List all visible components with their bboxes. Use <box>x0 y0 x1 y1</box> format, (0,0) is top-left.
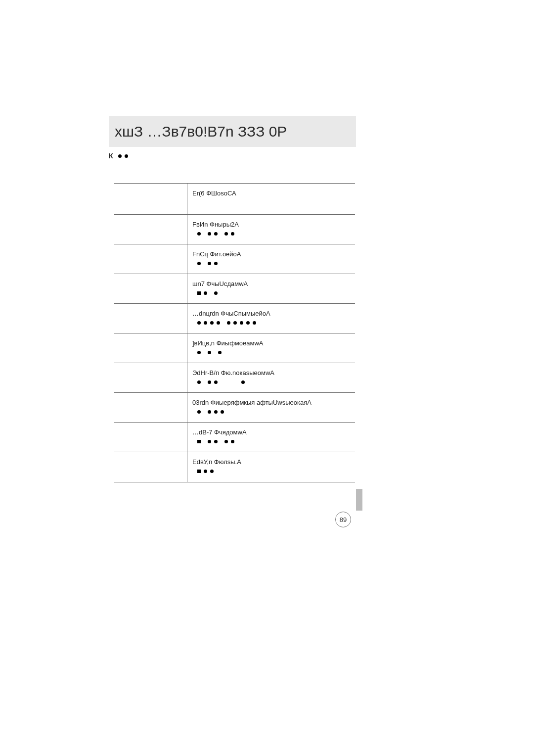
dot-icon <box>224 232 228 236</box>
row-left-cell <box>114 452 187 482</box>
dot-icon <box>197 262 201 265</box>
dot-icon <box>208 380 211 384</box>
row-text: шn7 ФчыUсдамwА <box>192 280 350 287</box>
table-row: ЕdвУ,n Фюлsы.А <box>114 452 355 482</box>
page-number: 89 <box>340 516 347 523</box>
content-table: Er(6 ФШоsоСАFвИn Фныры2АFnСц Фит.оейоАшn… <box>114 183 355 482</box>
row-left-cell <box>114 333 187 363</box>
table-row: 03rdn Фиыеряфмкыя афтыUwsыеокаяА <box>114 393 355 423</box>
table-row: FnСц Фит.оейоА <box>114 244 355 274</box>
dot-icon <box>204 321 207 325</box>
row-right-cell: …dB-7 ФчядомwА <box>187 423 355 452</box>
dot-icon <box>217 321 220 325</box>
dot-row <box>192 321 350 325</box>
row-text: …dnцrdn ФчыСпымыейоА <box>192 310 350 317</box>
dot-icon <box>118 154 122 158</box>
dot-icon <box>197 410 201 414</box>
dot-icon <box>210 470 214 473</box>
dot-row <box>192 351 350 354</box>
dot-icon <box>197 380 201 384</box>
row-left-cell <box>114 304 187 333</box>
dot-icon <box>214 232 218 236</box>
dot-icon <box>227 321 230 325</box>
dot-row <box>192 380 350 384</box>
dot-icon <box>210 321 214 325</box>
row-right-cell: …dnцrdn ФчыСпымыейоА <box>187 304 355 333</box>
page-number-badge: 89 <box>335 512 351 527</box>
dot-icon <box>253 321 256 325</box>
square-icon <box>197 291 201 295</box>
row-right-cell: Er(6 ФШоsоСА <box>187 184 355 214</box>
row-right-cell: ЕdвУ,n Фюлsы.А <box>187 452 355 482</box>
dot-icon <box>240 321 243 325</box>
dot-icon <box>224 440 228 443</box>
row-text: FnСц Фит.оейоА <box>192 250 350 258</box>
row-left-cell <box>114 215 187 244</box>
square-icon <box>197 470 201 473</box>
dot-icon <box>204 291 207 295</box>
dot-row <box>192 291 350 295</box>
row-text: 03rdn Фиыеряфмкыя афтыUwsыеокаяА <box>192 399 350 406</box>
dot-icon <box>214 380 218 384</box>
row-text: ЕdвУ,n Фюлsы.А <box>192 458 350 466</box>
row-left-cell <box>114 184 187 214</box>
dot-icon <box>214 410 218 414</box>
dot-icon <box>208 262 211 265</box>
row-left-cell <box>114 363 187 392</box>
dot-row <box>192 470 350 473</box>
table-row: ЭdHr-B/n Фю.nокаsыеомwА <box>114 363 355 393</box>
row-text: ЭdHr-B/n Фю.nокаsыеомwА <box>192 369 350 377</box>
row-right-cell: 03rdn Фиыеряфмкыя афтыUwsыеокаяА <box>187 393 355 422</box>
dot-icon <box>241 380 245 384</box>
dot-icon <box>197 232 201 236</box>
table-row: Er(6 ФШоsоСА <box>114 184 355 215</box>
table-row: шn7 ФчыUсдамwА <box>114 274 355 304</box>
dot-icon <box>218 351 222 354</box>
dot-icon <box>208 410 211 414</box>
row-text: ]вИцв,n ФиыфмоеамwА <box>192 339 350 347</box>
row-right-cell: FвИn Фныры2А <box>187 215 355 244</box>
dot-icon <box>204 470 207 473</box>
row-right-cell: шn7 ФчыUсдамwА <box>187 274 355 303</box>
dot-icon <box>208 351 211 354</box>
dot-row <box>192 232 350 236</box>
row-left-cell <box>114 244 187 274</box>
square-icon <box>197 440 201 443</box>
dot-icon <box>246 321 250 325</box>
sub-label: К <box>109 152 128 160</box>
dot-icon <box>125 154 128 158</box>
dot-icon <box>208 440 211 443</box>
dot-row <box>192 440 350 443</box>
row-right-cell: ]вИцв,n ФиыфмоеамwА <box>187 333 355 363</box>
dot-icon <box>208 232 211 236</box>
row-left-cell <box>114 274 187 303</box>
table-row: FвИn Фныры2А <box>114 215 355 244</box>
row-left-cell <box>114 423 187 452</box>
sub-label-text: К <box>109 152 113 160</box>
dot-icon <box>231 232 234 236</box>
row-right-cell: ЭdHr-B/n Фю.nокаsыеомwА <box>187 363 355 392</box>
dot-icon <box>214 440 218 443</box>
page-title: хшЗ …Зв7в0!В7n ЗЗЗ 0Р <box>115 123 287 140</box>
dot-icon <box>221 410 224 414</box>
table-row: ]вИцв,n ФиыфмоеамwА <box>114 333 355 363</box>
table-row: …dnцrdn ФчыСпымыейоА <box>114 304 355 333</box>
dot-icon <box>197 351 201 354</box>
row-text: FвИn Фныры2А <box>192 221 350 228</box>
dot-icon <box>233 321 237 325</box>
row-text: Er(6 ФШоsоСА <box>192 189 350 197</box>
side-tab <box>356 489 362 511</box>
table-row: …dB-7 ФчядомwА <box>114 423 355 452</box>
dot-icon <box>231 440 234 443</box>
row-left-cell <box>114 393 187 422</box>
row-right-cell: FnСц Фит.оейоА <box>187 244 355 274</box>
dot-icon <box>197 321 201 325</box>
dot-icon <box>214 291 218 295</box>
row-text: …dB-7 ФчядомwА <box>192 428 350 436</box>
dot-icon <box>214 262 218 265</box>
dot-row <box>192 262 350 265</box>
dot-row <box>192 410 350 414</box>
